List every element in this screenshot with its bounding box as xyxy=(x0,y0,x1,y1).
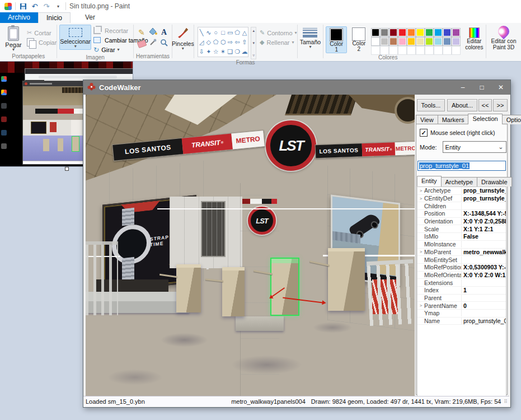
palette-color[interactable] xyxy=(389,37,398,46)
panel-next-button[interactable]: >> xyxy=(493,99,508,111)
palette-color[interactable] xyxy=(425,37,434,46)
shape-tool[interactable]: □ xyxy=(221,29,225,36)
subtab-archetype[interactable]: Archetype xyxy=(441,177,478,186)
palette-empty-slot[interactable] xyxy=(434,46,443,55)
shape-tool[interactable]: ◇ xyxy=(206,39,211,45)
palette-color[interactable] xyxy=(416,37,425,46)
tab-inicio[interactable]: Inicio xyxy=(38,12,71,23)
palette-color[interactable] xyxy=(434,28,443,37)
customize-qat-icon[interactable]: ▾ xyxy=(54,2,63,11)
property-row[interactable]: IsMlo False xyxy=(417,233,506,241)
shape-tool[interactable]: ⇩ xyxy=(199,48,204,55)
pencil-tool[interactable]: ✎ xyxy=(138,28,145,37)
shape-tool[interactable]: ⇧ xyxy=(242,39,247,45)
property-row[interactable]: Extensions xyxy=(417,279,506,287)
property-row[interactable]: MloEntitySet xyxy=(417,256,506,264)
fill-button[interactable]: ◆Rellenar▾ xyxy=(260,38,297,47)
mouse-select-checkbox[interactable]: ✓ xyxy=(420,129,428,137)
color2-button[interactable]: Color2 xyxy=(349,26,369,52)
paint-app-icon[interactable] xyxy=(3,2,12,11)
size-button[interactable]: Tamaño▾ xyxy=(297,25,323,50)
palette-color[interactable] xyxy=(398,28,407,37)
copy-button[interactable]: Copiar xyxy=(27,38,57,47)
undo-button[interactable]: ↶ xyxy=(30,2,39,11)
property-row[interactable]: > CEntityDef prop_turnstyle_01 xyxy=(417,195,506,203)
shape-tool[interactable]: ❏ xyxy=(227,48,233,55)
selected-turnstile[interactable] xyxy=(271,259,298,315)
shapes-grid[interactable]: ╲∿○□▭⬠△◿◇⬠⬡⇨⇦⇧⇩✦☆✶❏❍☁ xyxy=(198,27,249,57)
property-row[interactable]: Ymap xyxy=(417,310,506,318)
palette-color[interactable] xyxy=(452,28,461,37)
magnifier-tool[interactable] xyxy=(160,39,168,49)
shape-tool[interactable]: ☁ xyxy=(241,48,247,55)
palette-color[interactable] xyxy=(443,37,452,46)
palette-empty-slot[interactable] xyxy=(443,46,452,55)
redo-button[interactable]: ↷ xyxy=(42,2,51,11)
palette-color[interactable] xyxy=(380,28,389,37)
entity-name-input[interactable]: prop_turnstyle_01 xyxy=(417,161,506,171)
palette-color[interactable] xyxy=(443,28,452,37)
viewport-3d[interactable]: LST LOS SANTOSTRANSIT®METRO LOS SANTOSTR… xyxy=(86,95,415,396)
shape-tool[interactable]: ✦ xyxy=(206,48,211,55)
brushes-button[interactable]: Pinceles▾ xyxy=(172,25,194,52)
property-row[interactable]: Index 1 xyxy=(417,287,506,295)
shape-tool[interactable]: ⬠ xyxy=(213,39,219,45)
palette-color[interactable] xyxy=(380,37,389,46)
close-button[interactable]: ✕ xyxy=(491,80,510,95)
about-button[interactable]: About... xyxy=(447,99,477,111)
palette-empty-slot[interactable] xyxy=(416,46,425,55)
property-row[interactable]: MloInstance xyxy=(417,241,506,249)
paste-button[interactable]: Pegar▾ xyxy=(0,25,27,53)
subtab-entity[interactable]: Entity xyxy=(417,176,442,186)
expander-icon[interactable]: > xyxy=(417,303,424,308)
property-row[interactable]: > MloParent metro_newwalk6: xyxy=(417,249,506,256)
shape-tool[interactable]: ⬡ xyxy=(220,39,226,45)
codewalker-titlebar[interactable]: CodeWalker – □ ✕ xyxy=(83,80,510,95)
palette-color[interactable] xyxy=(389,28,398,37)
palette-color[interactable] xyxy=(434,37,443,46)
property-row[interactable]: Scale X:1 Y:1 Z:1 xyxy=(417,225,506,233)
property-row[interactable]: Name prop_turnstyle_01 xyxy=(417,318,506,325)
shape-tool[interactable]: ∿ xyxy=(206,29,211,36)
maximize-button[interactable]: □ xyxy=(472,80,491,95)
property-row[interactable]: > ParentName 0 xyxy=(417,302,506,310)
tab-options[interactable]: Options xyxy=(502,115,521,124)
shape-tool[interactable]: △ xyxy=(242,29,247,36)
palette-color[interactable] xyxy=(407,28,416,37)
panel-prev-button[interactable]: << xyxy=(478,99,492,111)
tab-view[interactable]: View xyxy=(416,115,438,124)
shape-tool[interactable]: ⇨ xyxy=(228,39,233,45)
palette-empty-slot[interactable] xyxy=(407,46,416,55)
palette-color[interactable] xyxy=(371,28,380,37)
palette-color[interactable] xyxy=(425,28,434,37)
palette-color[interactable] xyxy=(452,37,461,46)
text-tool[interactable]: A xyxy=(161,28,167,37)
fill-tool[interactable] xyxy=(149,27,157,38)
resize-grip-icon[interactable]: ⠿ xyxy=(504,399,507,404)
outline-button[interactable]: ✎Contorno▾ xyxy=(260,28,297,38)
tab-ver[interactable]: Ver xyxy=(77,12,103,23)
palette-color[interactable] xyxy=(407,37,416,46)
shape-tool[interactable]: ⬠ xyxy=(234,29,240,36)
palette-color[interactable] xyxy=(398,37,407,46)
property-row[interactable]: Position X:-1348,544 Y:-50 xyxy=(417,210,506,218)
palette-empty-slot[interactable] xyxy=(398,46,407,55)
property-row[interactable]: > Archetype prop_turnstyle_01 xyxy=(417,187,506,195)
save-button[interactable] xyxy=(18,2,27,11)
shape-tool[interactable]: ✶ xyxy=(220,48,226,55)
shape-tool[interactable]: ○ xyxy=(214,29,218,36)
palette-empty-slot[interactable] xyxy=(380,46,389,55)
color1-button[interactable]: Color1 xyxy=(326,26,347,53)
shape-tool[interactable]: ▭ xyxy=(227,29,233,36)
shape-tool[interactable]: ⇦ xyxy=(235,39,240,45)
property-row[interactable]: MloRefOrientation X:0 Y:0 Z:0 W:1 xyxy=(417,272,506,279)
cut-button[interactable]: ✂Cortar xyxy=(27,28,57,38)
mode-combobox[interactable]: Entity⌄ xyxy=(443,141,506,153)
property-row[interactable]: Parent xyxy=(417,295,506,302)
expander-icon[interactable]: > xyxy=(417,188,424,193)
tab-markers[interactable]: Markers xyxy=(438,115,469,124)
minimize-button[interactable]: – xyxy=(453,80,472,95)
property-row[interactable]: Orientation X:0 Y:0 Z:0,25881 xyxy=(417,218,506,226)
tab-archivo[interactable]: Archivo xyxy=(0,12,38,23)
select-button[interactable]: Seleccionar▾ xyxy=(59,25,91,50)
